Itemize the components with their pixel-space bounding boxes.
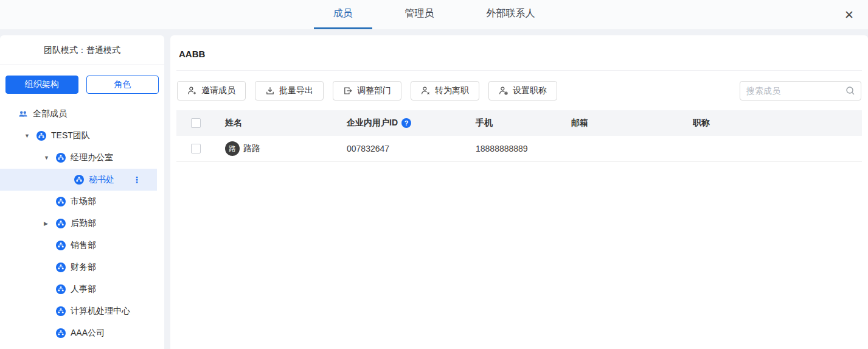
top-tab-bar: 成员 管理员 外部联系人 ✕ bbox=[0, 0, 868, 29]
department-icon bbox=[36, 131, 46, 141]
column-header-user-id: 企业内用户ID ? bbox=[347, 118, 476, 129]
member-user-id: 007832647 bbox=[347, 144, 476, 153]
tree-item-label: AAA公司 bbox=[71, 328, 105, 339]
search-box bbox=[740, 81, 861, 100]
org-structure-button[interactable]: 组织架构 bbox=[5, 76, 78, 94]
column-header-email: 邮箱 bbox=[571, 118, 693, 129]
tree-item-all-members[interactable]: 全部成员 bbox=[0, 103, 157, 125]
set-title-label: 设置职称 bbox=[513, 85, 547, 96]
tree-item-secretariat[interactable]: 秘书处 ⋮ bbox=[0, 169, 157, 191]
department-icon bbox=[56, 263, 66, 272]
tree-item-logistics[interactable]: ▶ 后勤部 bbox=[0, 213, 157, 234]
tree-item-label: 人事部 bbox=[71, 284, 96, 295]
invite-member-label: 邀请成员 bbox=[201, 85, 235, 96]
column-header-title: 职称 bbox=[693, 118, 862, 129]
members-group-icon bbox=[18, 109, 28, 119]
column-header-phone: 手机 bbox=[476, 118, 571, 129]
tree-item-label: TEST团队 bbox=[51, 130, 90, 141]
row-checkbox[interactable] bbox=[191, 144, 201, 153]
mode-switch: 组织架构 角色 bbox=[0, 65, 164, 94]
tab-external-contacts[interactable]: 外部联系人 bbox=[467, 0, 555, 29]
department-icon bbox=[56, 241, 66, 250]
tree-item-computer-center[interactable]: 计算机处理中心 bbox=[0, 300, 157, 322]
toolbar: 邀请成员 批量导出 调整部门 bbox=[176, 71, 862, 100]
tab-group: 成员 管理员 外部联系人 bbox=[314, 0, 555, 29]
tab-admins[interactable]: 管理员 bbox=[386, 0, 454, 29]
tree-item-label: 秘书处 bbox=[89, 174, 114, 185]
member-name: 路路 bbox=[243, 143, 260, 154]
team-mode-label: 团队模式：普通模式 bbox=[0, 35, 164, 65]
tree-item-label: 销售部 bbox=[71, 240, 96, 251]
tree-item-label: 后勤部 bbox=[71, 218, 96, 229]
table-row[interactable]: 路 路路 007832647 18888888889 bbox=[176, 136, 862, 162]
column-header-user-id-label: 企业内用户ID bbox=[347, 118, 398, 129]
invite-member-button[interactable]: 邀请成员 bbox=[177, 81, 246, 100]
caret-right-icon[interactable]: ▶ bbox=[44, 220, 56, 227]
tree-item-manager-office[interactable]: ▼ 经理办公室 bbox=[0, 147, 157, 169]
department-icon bbox=[56, 284, 66, 294]
main-panel: AABB 邀请成员 批量导出 bbox=[170, 35, 868, 349]
department-icon bbox=[56, 328, 66, 338]
person-remove-icon bbox=[421, 86, 431, 96]
tree-item-label: 市场部 bbox=[71, 196, 96, 207]
adjust-department-label: 调整部门 bbox=[357, 85, 391, 96]
tree-item-aaa-company[interactable]: AAA公司 bbox=[0, 322, 157, 344]
members-table: 姓名 企业内用户ID ? 手机 邮箱 职称 路 路路 007832647 188… bbox=[176, 110, 862, 162]
set-title-button[interactable]: 设置职称 bbox=[488, 81, 557, 100]
mark-resigned-button[interactable]: 转为离职 bbox=[411, 81, 479, 100]
person-add-icon bbox=[187, 86, 197, 96]
avatar: 路 bbox=[225, 141, 240, 156]
department-icon bbox=[56, 306, 66, 316]
table-header: 姓名 企业内用户ID ? 手机 邮箱 职称 bbox=[176, 110, 862, 136]
download-icon bbox=[265, 86, 275, 96]
tree-item-sales[interactable]: 销售部 bbox=[0, 234, 157, 256]
batch-export-label: 批量导出 bbox=[279, 85, 313, 96]
close-icon[interactable]: ✕ bbox=[841, 7, 857, 23]
column-header-name: 姓名 bbox=[225, 118, 347, 129]
role-button[interactable]: 角色 bbox=[86, 76, 159, 94]
help-icon[interactable]: ? bbox=[401, 118, 411, 128]
tab-members[interactable]: 成员 bbox=[314, 0, 372, 29]
search-icon[interactable] bbox=[845, 85, 856, 99]
tree-item-finance[interactable]: 财务部 bbox=[0, 256, 157, 278]
mark-resigned-label: 转为离职 bbox=[435, 85, 469, 96]
batch-export-button[interactable]: 批量导出 bbox=[255, 81, 324, 100]
select-all-checkbox[interactable] bbox=[191, 118, 201, 128]
sidebar: 团队模式：普通模式 组织架构 角色 全部成员 ▼ TEST团队 ▼ bbox=[0, 35, 164, 349]
tree-item-label: 经理办公室 bbox=[71, 152, 113, 163]
tree-item-test-team[interactable]: ▼ TEST团队 bbox=[0, 125, 157, 147]
department-icon bbox=[56, 219, 66, 228]
department-icon bbox=[56, 153, 66, 163]
adjust-department-button[interactable]: 调整部门 bbox=[333, 81, 401, 100]
caret-down-icon[interactable]: ▼ bbox=[24, 133, 36, 139]
tree-item-hr[interactable]: 人事部 bbox=[0, 278, 157, 300]
tree-item-marketing[interactable]: 市场部 bbox=[0, 191, 157, 213]
tree-item-label: 计算机处理中心 bbox=[71, 306, 130, 317]
tree-item-label: 财务部 bbox=[71, 262, 96, 273]
caret-down-icon[interactable]: ▼ bbox=[44, 155, 56, 161]
page-title: AABB bbox=[176, 35, 862, 70]
department-icon bbox=[56, 197, 66, 206]
department-tree: 全部成员 ▼ TEST团队 ▼ 经理办公室 秘书处 ⋮ bbox=[0, 103, 164, 344]
person-settings-icon bbox=[499, 86, 509, 96]
move-out-icon bbox=[343, 86, 353, 96]
member-phone: 18888888889 bbox=[476, 144, 571, 153]
more-options-icon[interactable]: ⋮ bbox=[133, 175, 141, 185]
department-icon bbox=[74, 175, 84, 185]
search-input[interactable] bbox=[740, 81, 861, 100]
tree-item-label: 全部成员 bbox=[33, 108, 67, 119]
